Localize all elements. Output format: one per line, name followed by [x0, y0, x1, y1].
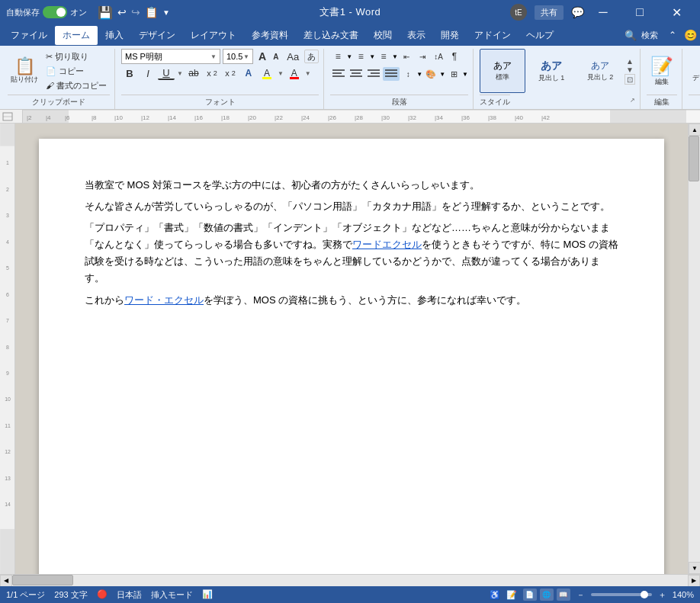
text-highlight-button[interactable]: A	[258, 66, 275, 80]
menu-home[interactable]: ホーム	[55, 26, 98, 45]
align-center-button[interactable]	[348, 67, 364, 81]
font-size-selector[interactable]: 10.5 ▼	[223, 49, 253, 64]
menu-addin[interactable]: アドイン	[467, 26, 519, 45]
menu-developer[interactable]: 開発	[433, 26, 467, 45]
save-icon[interactable]: 💾	[98, 5, 113, 20]
quick-access-icon[interactable]: 📋	[145, 6, 158, 18]
web-layout-view[interactable]: 🌐	[540, 589, 554, 601]
scrollbar-track[interactable]	[689, 136, 700, 562]
decrease-font-button[interactable]: A	[270, 50, 281, 63]
styles-scroll-down[interactable]: ▼	[626, 66, 634, 74]
change-case-button[interactable]: Aa	[284, 50, 302, 63]
styles-label: スタイル	[480, 95, 510, 107]
subscript-button[interactable]: x2	[204, 66, 220, 80]
copy-button[interactable]: 📄 コピー	[43, 64, 110, 78]
comments-icon[interactable]: 💬	[571, 6, 584, 18]
bold-button[interactable]: B	[121, 66, 138, 80]
zoom-slider[interactable]	[591, 593, 652, 596]
decrease-indent-button[interactable]: ⇤	[399, 50, 414, 63]
minimize-button[interactable]: ─	[586, 0, 621, 24]
styles-expand[interactable]: ⊡	[625, 74, 635, 85]
sort-button[interactable]: ↕A	[431, 50, 446, 63]
menu-file[interactable]: ファイル	[3, 26, 55, 45]
font-name-selector[interactable]: MS P明朝 ▼	[121, 49, 220, 64]
vertical-scrollbar[interactable]: ▲ ▼	[688, 123, 700, 574]
undo-icon[interactable]: ↩	[117, 6, 127, 18]
menu-design[interactable]: デザイン	[131, 26, 183, 45]
menu-view[interactable]: 表示	[400, 26, 433, 45]
close-button[interactable]: ✕	[659, 0, 694, 24]
share-button[interactable]: 共有	[535, 5, 564, 20]
dropdown-more-icon[interactable]: ▼	[162, 8, 170, 17]
font-color-button[interactable]: A	[286, 66, 303, 80]
link-word-excel-2[interactable]: ワード・エクセル	[124, 294, 204, 306]
redo-icon[interactable]: ↪	[131, 6, 140, 18]
menu-layout[interactable]: レイアウト	[183, 26, 244, 45]
scroll-right-button[interactable]: ▶	[688, 575, 700, 587]
svg-text:13: 13	[5, 476, 11, 481]
show-marks-button[interactable]: ¶	[447, 50, 462, 63]
normal-style[interactable]: あア 標準	[480, 49, 525, 93]
heading1-style[interactable]: あア 見出し 1	[528, 49, 574, 93]
line-spacing-button[interactable]: ↕	[400, 67, 416, 81]
print-layout-view[interactable]: 📄	[523, 589, 537, 601]
align-right-button[interactable]	[365, 67, 382, 81]
scrollbar-thumb[interactable]	[689, 136, 699, 181]
svg-text:3: 3	[6, 213, 9, 218]
paste-button[interactable]: 📋 貼り付け	[8, 49, 41, 93]
menu-insert[interactable]: 挿入	[98, 26, 131, 45]
feedback-icon[interactable]: 😊	[684, 29, 697, 41]
styles-scroll-up[interactable]: ▲	[626, 57, 634, 66]
zoom-in-button[interactable]: ＋	[658, 589, 666, 601]
dictation-group-label: 音声	[689, 95, 700, 107]
maximize-button[interactable]: □	[622, 0, 657, 24]
svg-text:7: 7	[6, 318, 9, 323]
editing-button[interactable]: 📝 編集	[647, 49, 677, 93]
paste-icon: 📋	[14, 58, 35, 75]
strikethrough-button[interactable]: ab	[185, 66, 202, 80]
increase-font-button[interactable]: A	[255, 50, 269, 63]
shading-button[interactable]: 🎨	[423, 67, 438, 81]
zoom-slider-thumb[interactable]	[641, 591, 648, 598]
status-right: ♿ 📝 📄 🌐 📖 － ＋ 140%	[490, 589, 694, 601]
zoom-out-button[interactable]: －	[576, 589, 585, 601]
link-word-excel-1[interactable]: ワードエクセル	[352, 239, 422, 250]
underline-button[interactable]: U	[158, 66, 175, 80]
menu-review[interactable]: 校閲	[366, 26, 400, 45]
scroll-left-button[interactable]: ◀	[0, 575, 12, 587]
clipboard-group: 📋 貼り付け ✂ 切り取り 📄 コピー 🖌	[3, 49, 115, 109]
numbering-button[interactable]: ≡	[353, 50, 368, 63]
menu-references[interactable]: 参考資料	[244, 26, 296, 45]
horizontal-scrollbar[interactable]: ◀ ▶	[0, 574, 700, 586]
borders-button[interactable]: ⊞	[446, 67, 461, 81]
menu-mailings[interactable]: 差し込み文書	[296, 26, 366, 45]
bullets-button[interactable]: ≡	[330, 50, 345, 63]
styles-expand-icon[interactable]: ↗	[630, 97, 635, 104]
superscript-button[interactable]: x2	[222, 66, 239, 80]
ribbon-toggle-icon[interactable]: ⌃	[669, 30, 676, 40]
zoom-level[interactable]: 140%	[673, 590, 694, 599]
italic-button[interactable]: I	[140, 66, 156, 80]
justify-button[interactable]	[383, 67, 400, 81]
menu-help[interactable]: ヘルプ	[519, 26, 561, 45]
scroll-up-button[interactable]: ▲	[689, 123, 700, 136]
multilevel-list-button[interactable]: ≡	[376, 50, 391, 63]
h-scrollbar-thumb[interactable]	[12, 575, 73, 585]
align-left-button[interactable]	[330, 67, 347, 81]
h-scrollbar-track[interactable]	[12, 575, 688, 586]
heading2-style[interactable]: あア 見出し 2	[577, 49, 623, 93]
autosave-toggle[interactable]	[43, 6, 67, 18]
search-label[interactable]: 検索	[641, 30, 658, 41]
dictation-button[interactable]: 🎤 ディクテーション ▼	[689, 49, 700, 93]
document-page[interactable]: 当教室で MOS 対策コースを学ぶ方の中には、初心者の方がたくさんいらっしゃいま…	[39, 139, 664, 574]
scroll-down-button[interactable]: ▼	[689, 562, 700, 574]
furigana-button[interactable]: あ	[304, 50, 319, 63]
read-mode-view[interactable]: 📖	[557, 589, 570, 601]
document-content[interactable]: 当教室で MOS 対策コースを学ぶ方の中には、初心者の方がたくさんいらっしゃいま…	[85, 177, 618, 309]
cut-button[interactable]: ✂ 切り取り	[43, 50, 110, 63]
ruler-corner[interactable]	[0, 110, 23, 123]
increase-indent-button[interactable]: ⇥	[415, 50, 430, 63]
format-painter-button[interactable]: 🖌 書式のコピー	[43, 79, 110, 92]
text-effects-button[interactable]: A	[240, 66, 257, 80]
document-area[interactable]: 当教室で MOS 対策コースを学ぶ方の中には、初心者の方がたくさんいらっしゃいま…	[15, 123, 688, 574]
